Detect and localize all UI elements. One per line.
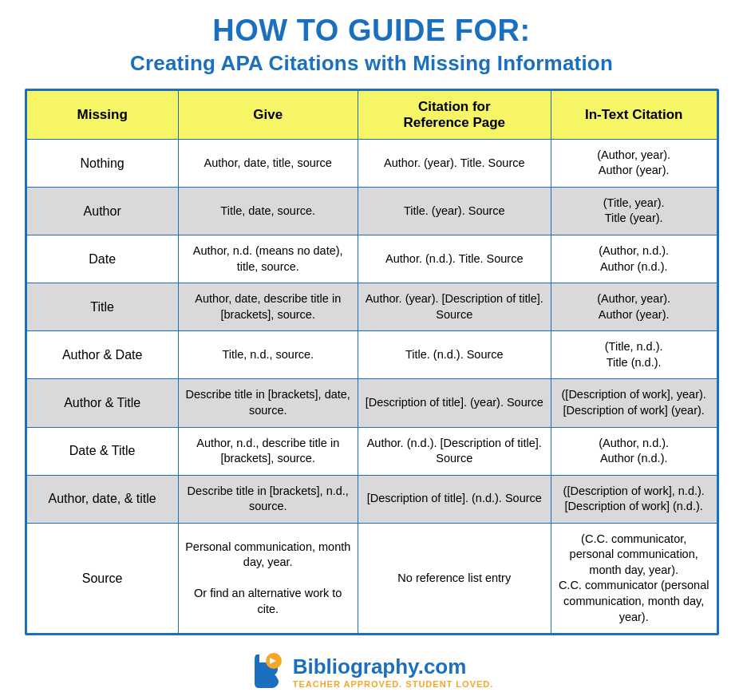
table-row: DateAuthor, n.d. (means no date), title,… — [26, 235, 717, 283]
cell-1-1: Title, date, source. — [178, 187, 358, 235]
table-row: Author & DateTitle, n.d., source.Title. … — [26, 331, 717, 379]
cell-1-2: Title. (year). Source — [358, 187, 551, 235]
table-row: Date & TitleAuthor, n.d., describe title… — [26, 427, 717, 475]
footer: Bibliography.com TEACHER APPROVED. STUDE… — [25, 648, 719, 691]
col-citation: Citation forReference Page — [358, 90, 551, 139]
col-give: Give — [178, 90, 358, 139]
cell-5-3: ([Description of work], year).[Descripti… — [551, 379, 717, 427]
table-header-row: Missing Give Citation forReference Page … — [26, 90, 717, 139]
cell-0-0: Nothing — [26, 139, 178, 187]
cell-0-2: Author. (year). Title. Source — [358, 139, 551, 187]
cell-6-3: (Author, n.d.).Author (n.d.). — [551, 427, 717, 475]
cell-3-0: Title — [26, 283, 178, 331]
cell-7-1: Describe title in [brackets], n.d., sour… — [178, 475, 358, 523]
main-container: HOW TO GUIDE FOR: Creating APA Citations… — [9, 0, 735, 700]
table-row: NothingAuthor, date, title, sourceAuthor… — [26, 139, 717, 187]
cell-0-1: Author, date, title, source — [178, 139, 358, 187]
col-intext: In-Text Citation — [551, 90, 717, 139]
table-row: Author & TitleDescribe title in [bracket… — [26, 379, 717, 427]
cell-8-3: (C.C. communicator, personal communicati… — [551, 523, 717, 633]
cell-2-0: Date — [26, 235, 178, 283]
cell-2-2: Author. (n.d.). Title. Source — [358, 235, 551, 283]
table-row: Author, date, & titleDescribe title in [… — [26, 475, 717, 523]
cell-6-0: Date & Title — [26, 427, 178, 475]
cell-4-3: (Title, n.d.).Title (n.d.). — [551, 331, 717, 379]
table-row: TitleAuthor, date, describe title in [br… — [26, 283, 717, 331]
cell-4-0: Author & Date — [26, 331, 178, 379]
cell-5-2: [Description of title]. (year). Source — [358, 379, 551, 427]
cell-3-1: Author, date, describe title in [bracket… — [178, 283, 358, 331]
cell-6-2: Author. (n.d.). [Description of title]. … — [358, 427, 551, 475]
cell-2-3: (Author, n.d.).Author (n.d.). — [551, 235, 717, 283]
table-row: AuthorTitle, date, source.Title. (year).… — [26, 187, 717, 235]
cell-1-0: Author — [26, 187, 178, 235]
apa-table: Missing Give Citation forReference Page … — [26, 90, 717, 634]
table-wrapper: Missing Give Citation forReference Page … — [25, 89, 719, 635]
cell-4-1: Title, n.d., source. — [178, 331, 358, 379]
cell-3-3: (Author, year).Author (year). — [551, 283, 717, 331]
cell-0-3: (Author, year).Author (year). — [551, 139, 717, 187]
cell-8-1: Personal communication, month day, year.… — [178, 523, 358, 633]
page-subtitle: Creating APA Citations with Missing Info… — [25, 51, 719, 76]
cell-8-0: Source — [26, 523, 178, 633]
cell-7-2: [Description of title]. (n.d.). Source — [358, 475, 551, 523]
footer-tagline: TEACHER APPROVED. STUDENT LOVED. — [293, 679, 494, 689]
cell-2-1: Author, n.d. (means no date), title, sou… — [178, 235, 358, 283]
cell-7-3: ([Description of work], n.d.).[Descripti… — [551, 475, 717, 523]
bibliography-logo-icon — [250, 651, 285, 691]
cell-8-2: No reference list entry — [358, 523, 551, 633]
cell-6-1: Author, n.d., describe title in [bracket… — [178, 427, 358, 475]
footer-text: Bibliography.com TEACHER APPROVED. STUDE… — [293, 655, 494, 689]
cell-7-0: Author, date, & title — [26, 475, 178, 523]
cell-3-2: Author. (year). [Description of title]. … — [358, 283, 551, 331]
cell-1-3: (Title, year).Title (year). — [551, 187, 717, 235]
table-row: SourcePersonal communication, month day,… — [26, 523, 717, 633]
cell-5-0: Author & Title — [26, 379, 178, 427]
page-title: HOW TO GUIDE FOR: — [25, 14, 719, 48]
col-missing: Missing — [26, 90, 178, 139]
footer-brand-name: Bibliography.com — [293, 655, 494, 679]
cell-4-2: Title. (n.d.). Source — [358, 331, 551, 379]
cell-5-1: Describe title in [brackets], date, sour… — [178, 379, 358, 427]
